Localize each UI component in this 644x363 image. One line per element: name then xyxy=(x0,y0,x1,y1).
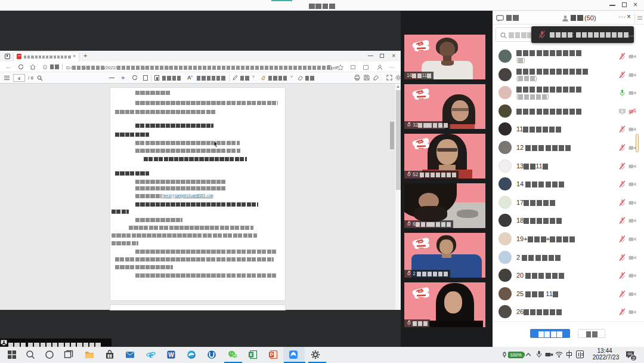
svg-text:e: e xyxy=(149,350,153,359)
svg-text:W: W xyxy=(168,352,174,358)
